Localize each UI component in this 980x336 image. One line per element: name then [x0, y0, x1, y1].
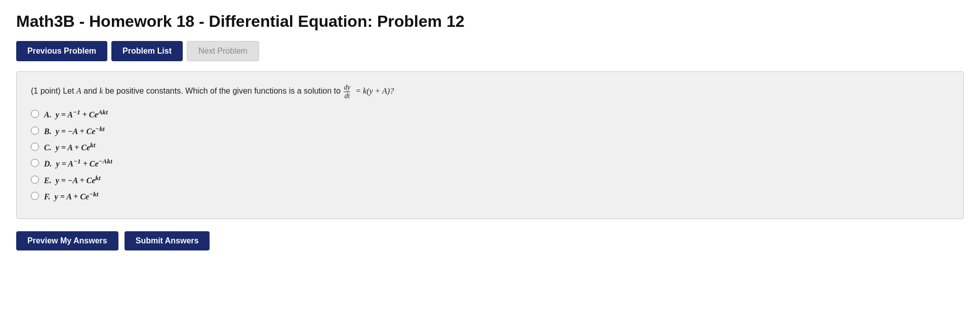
- problem-statement: (1 point) Let A and k be positive consta…: [31, 84, 949, 99]
- bottom-buttons: Preview My Answers Submit Answers: [16, 231, 964, 250]
- problem-text: Let A and k be positive constants. Which…: [63, 87, 343, 95]
- problem-points: (1 point): [31, 87, 61, 95]
- next-problem-button: Next Problem: [187, 41, 259, 61]
- radio-b[interactable]: [31, 127, 39, 135]
- choice-b: B. y = −A + Ce−kt: [31, 125, 949, 136]
- radio-f[interactable]: [31, 192, 39, 200]
- prev-problem-button[interactable]: Previous Problem: [16, 41, 107, 61]
- problem-list-button[interactable]: Problem List: [111, 41, 183, 61]
- preview-answers-button[interactable]: Preview My Answers: [16, 231, 118, 250]
- choice-e: E. y = −A + Cekt: [31, 174, 949, 185]
- submit-answers-button[interactable]: Submit Answers: [125, 231, 210, 250]
- radio-a[interactable]: [31, 110, 39, 118]
- answer-options-list: A. y = A−1 + CeAkt B. y = −A + Ce−kt C. …: [31, 108, 949, 201]
- page-title: Math3B - Homework 18 - Differential Equa…: [16, 12, 964, 31]
- nav-buttons: Previous Problem Problem List Next Probl…: [16, 41, 964, 61]
- radio-d[interactable]: [31, 159, 39, 167]
- choice-a: A. y = A−1 + CeAkt: [31, 108, 949, 119]
- choice-d: D. y = A−1 + Ce−Akt: [31, 157, 949, 169]
- choice-f: F. y = A + Ce−kt: [31, 190, 949, 201]
- radio-c[interactable]: [31, 143, 39, 151]
- problem-box: (1 point) Let A and k be positive consta…: [16, 71, 964, 219]
- equation-fraction: dy dt = k(y + A)?: [343, 87, 394, 95]
- choice-c: C. y = A + Cekt: [31, 141, 949, 152]
- radio-e[interactable]: [31, 176, 39, 184]
